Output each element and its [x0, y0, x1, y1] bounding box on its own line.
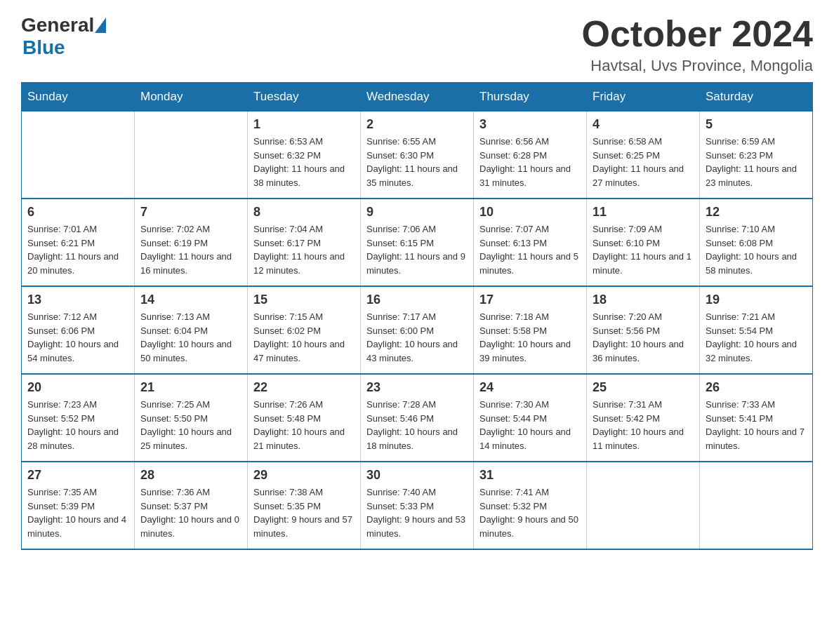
day-number: 14 [140, 293, 241, 307]
day-info: Sunrise: 7:15 AM Sunset: 6:02 PM Dayligh… [253, 310, 355, 365]
calendar-cell: 7Sunrise: 7:02 AM Sunset: 6:19 PM Daylig… [135, 199, 248, 286]
calendar-cell: 24Sunrise: 7:30 AM Sunset: 5:44 PM Dayli… [474, 374, 587, 462]
day-info: Sunrise: 7:23 AM Sunset: 5:52 PM Dayligh… [27, 398, 128, 452]
day-number: 15 [253, 293, 355, 307]
day-number: 24 [479, 380, 581, 395]
calendar-cell: 8Sunrise: 7:04 AM Sunset: 6:17 PM Daylig… [248, 199, 361, 286]
calendar-cell: 27Sunrise: 7:35 AM Sunset: 5:39 PM Dayli… [22, 462, 135, 549]
calendar-body: 1Sunrise: 6:53 AM Sunset: 6:32 PM Daylig… [22, 112, 813, 550]
calendar-week-1: 1Sunrise: 6:53 AM Sunset: 6:32 PM Daylig… [22, 112, 813, 199]
calendar-cell: 19Sunrise: 7:21 AM Sunset: 5:54 PM Dayli… [700, 286, 813, 374]
calendar-cell: 18Sunrise: 7:20 AM Sunset: 5:56 PM Dayli… [587, 286, 700, 374]
calendar-cell: 9Sunrise: 7:06 AM Sunset: 6:15 PM Daylig… [361, 199, 474, 286]
day-number: 7 [140, 205, 241, 220]
calendar-cell: 29Sunrise: 7:38 AM Sunset: 5:35 PM Dayli… [248, 462, 361, 549]
day-number: 4 [593, 117, 694, 132]
day-info: Sunrise: 7:41 AM Sunset: 5:32 PM Dayligh… [479, 485, 581, 540]
calendar-cell [22, 112, 135, 199]
day-info: Sunrise: 7:30 AM Sunset: 5:44 PM Dayligh… [479, 398, 581, 452]
day-number: 8 [253, 205, 355, 220]
day-number: 31 [479, 468, 581, 483]
day-number: 20 [27, 380, 128, 395]
day-info: Sunrise: 7:40 AM Sunset: 5:33 PM Dayligh… [366, 485, 468, 540]
day-info: Sunrise: 7:04 AM Sunset: 6:17 PM Dayligh… [253, 222, 355, 277]
calendar-cell: 11Sunrise: 7:09 AM Sunset: 6:10 PM Dayli… [587, 199, 700, 286]
day-number: 13 [27, 293, 128, 307]
calendar-cell: 12Sunrise: 7:10 AM Sunset: 6:08 PM Dayli… [700, 199, 813, 286]
day-info: Sunrise: 7:35 AM Sunset: 5:39 PM Dayligh… [27, 485, 128, 540]
logo-blue-text: Blue [22, 36, 65, 59]
day-info: Sunrise: 7:28 AM Sunset: 5:46 PM Dayligh… [366, 398, 468, 452]
day-number: 12 [706, 205, 807, 220]
day-number: 3 [479, 117, 581, 132]
day-number: 22 [253, 380, 355, 395]
day-info: Sunrise: 7:18 AM Sunset: 5:58 PM Dayligh… [479, 310, 581, 365]
day-number: 29 [253, 468, 355, 483]
calendar-header: SundayMondayTuesdayWednesdayThursdayFrid… [22, 83, 813, 112]
calendar-cell: 1Sunrise: 6:53 AM Sunset: 6:32 PM Daylig… [248, 112, 361, 199]
weekday-header-saturday: Saturday [700, 83, 813, 112]
weekday-header-thursday: Thursday [474, 83, 587, 112]
calendar-table: SundayMondayTuesdayWednesdayThursdayFrid… [21, 82, 813, 550]
day-info: Sunrise: 7:38 AM Sunset: 5:35 PM Dayligh… [253, 485, 355, 540]
day-info: Sunrise: 7:17 AM Sunset: 6:00 PM Dayligh… [366, 310, 468, 365]
day-number: 28 [140, 468, 241, 483]
day-info: Sunrise: 7:36 AM Sunset: 5:37 PM Dayligh… [140, 485, 241, 540]
day-info: Sunrise: 7:12 AM Sunset: 6:06 PM Dayligh… [27, 310, 128, 365]
day-info: Sunrise: 7:31 AM Sunset: 5:42 PM Dayligh… [593, 398, 694, 452]
location-subtitle: Havtsal, Uvs Province, Mongolia [582, 57, 814, 75]
calendar-cell: 26Sunrise: 7:33 AM Sunset: 5:41 PM Dayli… [700, 374, 813, 462]
day-number: 18 [593, 293, 694, 307]
calendar-cell: 23Sunrise: 7:28 AM Sunset: 5:46 PM Dayli… [361, 374, 474, 462]
calendar-cell: 20Sunrise: 7:23 AM Sunset: 5:52 PM Dayli… [22, 374, 135, 462]
day-number: 27 [27, 468, 128, 483]
calendar-cell: 2Sunrise: 6:55 AM Sunset: 6:30 PM Daylig… [361, 112, 474, 199]
calendar-cell: 30Sunrise: 7:40 AM Sunset: 5:33 PM Dayli… [361, 462, 474, 549]
logo: General Blue [21, 14, 106, 59]
calendar-week-2: 6Sunrise: 7:01 AM Sunset: 6:21 PM Daylig… [22, 199, 813, 286]
day-number: 25 [593, 380, 694, 395]
day-info: Sunrise: 7:25 AM Sunset: 5:50 PM Dayligh… [140, 398, 241, 452]
calendar-cell: 4Sunrise: 6:58 AM Sunset: 6:25 PM Daylig… [587, 112, 700, 199]
calendar-cell [587, 462, 700, 549]
calendar-cell [135, 112, 248, 199]
day-info: Sunrise: 6:59 AM Sunset: 6:23 PM Dayligh… [706, 135, 807, 189]
day-info: Sunrise: 7:07 AM Sunset: 6:13 PM Dayligh… [479, 222, 581, 277]
day-info: Sunrise: 7:06 AM Sunset: 6:15 PM Dayligh… [366, 222, 468, 277]
day-number: 30 [366, 468, 468, 483]
day-info: Sunrise: 7:21 AM Sunset: 5:54 PM Dayligh… [706, 310, 807, 365]
calendar-cell: 31Sunrise: 7:41 AM Sunset: 5:32 PM Dayli… [474, 462, 587, 549]
day-info: Sunrise: 6:58 AM Sunset: 6:25 PM Dayligh… [593, 135, 694, 189]
weekday-header-wednesday: Wednesday [361, 83, 474, 112]
day-number: 17 [479, 293, 581, 307]
calendar-cell: 28Sunrise: 7:36 AM Sunset: 5:37 PM Dayli… [135, 462, 248, 549]
calendar-cell: 17Sunrise: 7:18 AM Sunset: 5:58 PM Dayli… [474, 286, 587, 374]
calendar-cell: 16Sunrise: 7:17 AM Sunset: 6:00 PM Dayli… [361, 286, 474, 374]
calendar-cell: 15Sunrise: 7:15 AM Sunset: 6:02 PM Dayli… [248, 286, 361, 374]
day-info: Sunrise: 7:09 AM Sunset: 6:10 PM Dayligh… [593, 222, 694, 277]
day-number: 21 [140, 380, 241, 395]
calendar-cell: 6Sunrise: 7:01 AM Sunset: 6:21 PM Daylig… [22, 199, 135, 286]
weekday-header-tuesday: Tuesday [248, 83, 361, 112]
calendar-cell: 3Sunrise: 6:56 AM Sunset: 6:28 PM Daylig… [474, 112, 587, 199]
day-number: 2 [366, 117, 468, 132]
calendar-cell: 21Sunrise: 7:25 AM Sunset: 5:50 PM Dayli… [135, 374, 248, 462]
day-number: 16 [366, 293, 468, 307]
weekday-header-monday: Monday [135, 83, 248, 112]
day-number: 10 [479, 205, 581, 220]
title-block: October 2024 Havtsal, Uvs Province, Mong… [582, 14, 814, 75]
day-info: Sunrise: 7:13 AM Sunset: 6:04 PM Dayligh… [140, 310, 241, 365]
calendar-cell: 13Sunrise: 7:12 AM Sunset: 6:06 PM Dayli… [22, 286, 135, 374]
day-number: 9 [366, 205, 468, 220]
day-number: 6 [27, 205, 128, 220]
day-info: Sunrise: 7:01 AM Sunset: 6:21 PM Dayligh… [27, 222, 128, 277]
day-number: 23 [366, 380, 468, 395]
page-header: General Blue October 2024 Havtsal, Uvs P… [21, 14, 813, 75]
day-info: Sunrise: 7:26 AM Sunset: 5:48 PM Dayligh… [253, 398, 355, 452]
logo-general-text: General [21, 14, 94, 36]
day-info: Sunrise: 7:33 AM Sunset: 5:41 PM Dayligh… [706, 398, 807, 452]
calendar-week-3: 13Sunrise: 7:12 AM Sunset: 6:06 PM Dayli… [22, 286, 813, 374]
logo-triangle-icon [95, 18, 106, 33]
calendar-cell: 5Sunrise: 6:59 AM Sunset: 6:23 PM Daylig… [700, 112, 813, 199]
day-info: Sunrise: 6:55 AM Sunset: 6:30 PM Dayligh… [366, 135, 468, 189]
